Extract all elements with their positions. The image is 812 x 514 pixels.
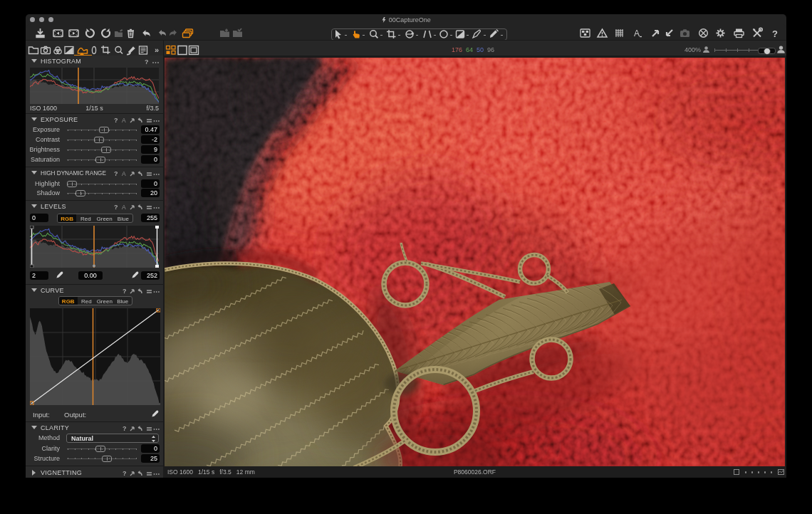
svg-text:?: ?: [772, 28, 778, 39]
svg-text:?: ?: [114, 170, 118, 177]
svg-text:A: A: [122, 117, 126, 124]
svg-text:A: A: [634, 28, 640, 38]
svg-text:?: ?: [123, 470, 127, 477]
svg-text:A: A: [122, 204, 126, 211]
svg-text:A: A: [122, 170, 126, 177]
svg-text:?: ?: [123, 288, 127, 295]
svg-text:?: ?: [145, 58, 149, 65]
svg-text:?: ?: [114, 204, 118, 211]
svg-text:?: ?: [114, 117, 118, 124]
svg-text:?: ?: [123, 425, 127, 432]
